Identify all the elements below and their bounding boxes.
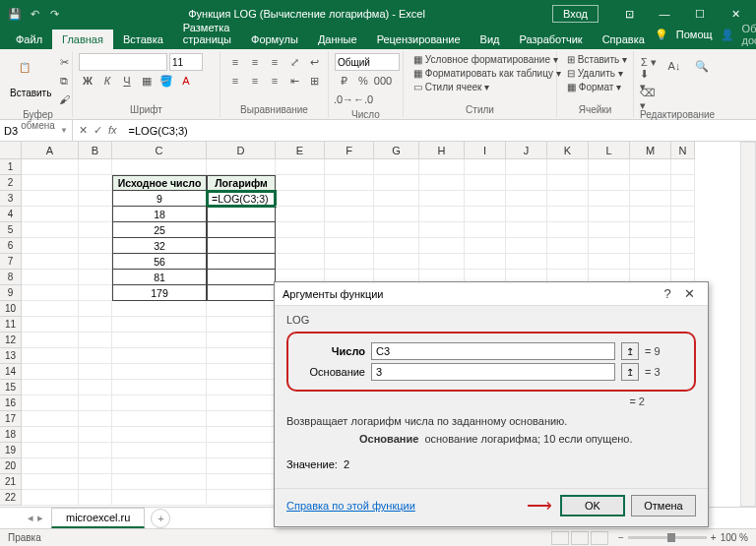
number-format-select[interactable] bbox=[335, 53, 400, 71]
row-header[interactable]: 1 bbox=[0, 159, 22, 175]
cell[interactable] bbox=[112, 443, 207, 458]
cell[interactable] bbox=[419, 254, 465, 270]
cell[interactable] bbox=[22, 490, 79, 506]
page-break-view-icon[interactable] bbox=[591, 531, 608, 545]
column-header[interactable]: H bbox=[419, 142, 465, 159]
sheet-nav-prev-icon[interactable]: ◂ bbox=[28, 512, 33, 524]
fill-color-icon[interactable]: 🪣 bbox=[158, 72, 175, 90]
row-header[interactable]: 21 bbox=[0, 474, 22, 490]
vertical-scrollbar[interactable] bbox=[740, 142, 756, 507]
bold-icon[interactable]: Ж bbox=[79, 72, 96, 90]
insert-cells-button[interactable]: ⊞ Вставить ▾ bbox=[563, 53, 631, 66]
login-button[interactable]: Вход bbox=[552, 5, 598, 23]
cell[interactable] bbox=[207, 301, 276, 317]
border-icon[interactable]: ▦ bbox=[138, 72, 156, 90]
cell[interactable] bbox=[207, 427, 276, 443]
sheet-tab[interactable]: microexcel.ru bbox=[51, 508, 145, 528]
cell[interactable] bbox=[22, 159, 79, 175]
cell[interactable] bbox=[671, 191, 695, 207]
undo-icon[interactable]: ↶ bbox=[28, 7, 41, 21]
cell[interactable] bbox=[671, 254, 695, 270]
cell[interactable] bbox=[419, 159, 465, 175]
align-bottom-icon[interactable]: ≡ bbox=[266, 53, 284, 71]
cell[interactable] bbox=[419, 222, 465, 238]
cell[interactable] bbox=[22, 443, 79, 458]
cell[interactable] bbox=[207, 474, 276, 490]
percent-icon[interactable]: % bbox=[354, 72, 372, 90]
row-header[interactable]: 4 bbox=[0, 207, 22, 222]
row-header[interactable]: 17 bbox=[0, 411, 22, 427]
column-header[interactable]: E bbox=[276, 142, 325, 159]
cell[interactable] bbox=[671, 175, 695, 191]
cell[interactable] bbox=[547, 191, 589, 207]
cell[interactable] bbox=[79, 474, 112, 490]
cell[interactable] bbox=[589, 238, 630, 254]
cell[interactable] bbox=[276, 222, 325, 238]
cell[interactable] bbox=[79, 380, 112, 395]
cell[interactable] bbox=[276, 175, 325, 191]
cell[interactable] bbox=[465, 238, 506, 254]
cell[interactable] bbox=[547, 238, 589, 254]
row-header[interactable]: 22 bbox=[0, 490, 22, 506]
cell[interactable] bbox=[79, 270, 112, 285]
cell[interactable] bbox=[630, 207, 671, 222]
cell[interactable] bbox=[112, 411, 207, 427]
indent-dec-icon[interactable]: ⇤ bbox=[285, 72, 303, 90]
share-icon[interactable]: 👤 bbox=[721, 29, 734, 41]
cell[interactable] bbox=[374, 159, 419, 175]
collapse-dialog-icon[interactable]: ↥ bbox=[621, 342, 639, 360]
cell[interactable] bbox=[112, 490, 207, 506]
cell[interactable] bbox=[276, 238, 325, 254]
cell[interactable] bbox=[22, 411, 79, 427]
tab-data[interactable]: Данные bbox=[308, 30, 367, 49]
cell[interactable] bbox=[325, 191, 374, 207]
cell[interactable] bbox=[22, 348, 79, 364]
cell[interactable] bbox=[506, 254, 547, 270]
cell[interactable] bbox=[465, 207, 506, 222]
row-header[interactable]: 13 bbox=[0, 348, 22, 364]
cell[interactable] bbox=[22, 238, 79, 254]
cell[interactable]: 179 bbox=[112, 285, 207, 301]
zoom-level[interactable]: 100 % bbox=[721, 532, 748, 543]
fx-icon[interactable]: fx bbox=[108, 124, 117, 137]
redo-icon[interactable]: ↷ bbox=[47, 7, 61, 21]
cell[interactable] bbox=[207, 364, 276, 380]
zoom-out-icon[interactable]: − bbox=[618, 532, 624, 543]
cell[interactable] bbox=[207, 270, 276, 285]
tab-page-layout[interactable]: Разметка страницы bbox=[173, 18, 241, 49]
zoom-slider[interactable] bbox=[628, 536, 707, 539]
cell[interactable] bbox=[22, 254, 79, 270]
cancel-button[interactable]: Отмена bbox=[631, 495, 696, 516]
cell[interactable] bbox=[589, 159, 630, 175]
cell[interactable] bbox=[22, 395, 79, 411]
row-header[interactable]: 19 bbox=[0, 443, 22, 458]
cell[interactable] bbox=[22, 474, 79, 490]
cell[interactable] bbox=[589, 207, 630, 222]
cancel-formula-icon[interactable]: ✕ bbox=[79, 124, 88, 137]
italic-icon[interactable]: К bbox=[98, 72, 116, 90]
clear-icon[interactable]: ⌫ ▾ bbox=[640, 91, 658, 108]
cell[interactable] bbox=[419, 238, 465, 254]
column-header[interactable]: N bbox=[671, 142, 695, 159]
cell[interactable] bbox=[671, 159, 695, 175]
cell[interactable] bbox=[374, 238, 419, 254]
cell[interactable] bbox=[112, 333, 207, 348]
column-header[interactable]: L bbox=[589, 142, 630, 159]
cell[interactable] bbox=[22, 333, 79, 348]
arg-number-input[interactable] bbox=[371, 342, 615, 360]
cell[interactable] bbox=[207, 490, 276, 506]
tab-home[interactable]: Главная bbox=[52, 30, 113, 49]
orientation-icon[interactable]: ⤢ bbox=[285, 53, 303, 71]
column-header[interactable]: C bbox=[112, 142, 207, 159]
dec-decimal-icon[interactable]: ←.0 bbox=[354, 91, 372, 108]
cell[interactable] bbox=[325, 159, 374, 175]
ribbon-options-icon[interactable]: ⊡ bbox=[612, 0, 646, 28]
cell[interactable] bbox=[79, 458, 112, 474]
cell[interactable] bbox=[79, 411, 112, 427]
cell[interactable] bbox=[325, 254, 374, 270]
cut-icon[interactable]: ✂ bbox=[55, 53, 73, 71]
row-header[interactable]: 7 bbox=[0, 254, 22, 270]
column-header[interactable]: J bbox=[506, 142, 547, 159]
tab-insert[interactable]: Вставка bbox=[113, 30, 173, 49]
row-header[interactable]: 18 bbox=[0, 427, 22, 443]
